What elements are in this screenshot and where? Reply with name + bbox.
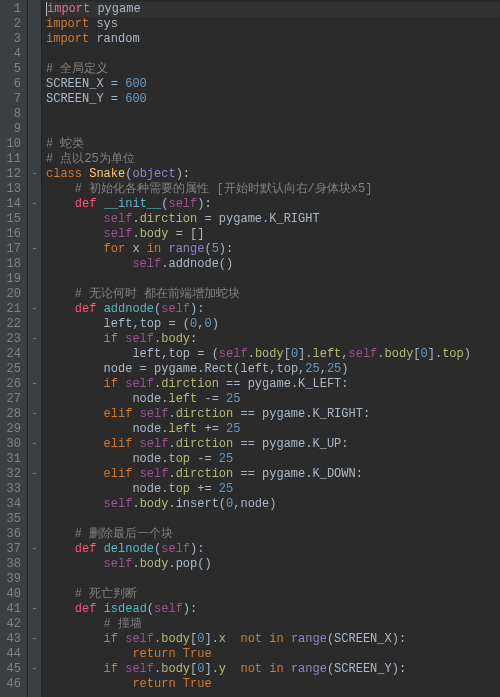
code-line: SCREEN_X = 600 xyxy=(46,77,500,92)
lineno: 8 xyxy=(0,107,27,122)
fold-marker[interactable] xyxy=(28,617,41,632)
fold-marker[interactable]: - xyxy=(28,467,41,482)
lineno: 2 xyxy=(0,17,27,32)
fold-gutter: ------------- xyxy=(28,0,42,697)
lineno: 1 xyxy=(0,2,27,17)
code-line: import random xyxy=(46,32,500,47)
fold-marker[interactable] xyxy=(28,587,41,602)
fold-marker[interactable] xyxy=(28,212,41,227)
fold-marker[interactable] xyxy=(28,92,41,107)
fold-marker[interactable]: - xyxy=(28,302,41,317)
code-line: left,top = (self.body[0].left,self.body[… xyxy=(46,347,500,362)
code-line: elif self.dirction == pygame.K_RIGHT: xyxy=(46,407,500,422)
fold-marker[interactable] xyxy=(28,47,41,62)
fold-marker[interactable] xyxy=(28,392,41,407)
line-number-gutter: 1234567891011121314151617181920212223242… xyxy=(0,0,28,697)
lineno: 13 xyxy=(0,182,27,197)
lineno: 38 xyxy=(0,557,27,572)
code-line: node.left += 25 xyxy=(46,422,500,437)
code-line: node.top += 25 xyxy=(46,482,500,497)
fold-marker[interactable] xyxy=(28,497,41,512)
fold-marker[interactable]: - xyxy=(28,407,41,422)
fold-marker[interactable] xyxy=(28,2,41,17)
code-line: def delnode(self): xyxy=(46,542,500,557)
code-line: if self.body: xyxy=(46,332,500,347)
lineno: 29 xyxy=(0,422,27,437)
code-line: elif self.dirction == pygame.K_UP: xyxy=(46,437,500,452)
lineno: 5 xyxy=(0,62,27,77)
lineno: 42 xyxy=(0,617,27,632)
code-line: node.top -= 25 xyxy=(46,452,500,467)
fold-marker[interactable] xyxy=(28,362,41,377)
lineno: 6 xyxy=(0,77,27,92)
fold-marker[interactable] xyxy=(28,317,41,332)
lineno: 11 xyxy=(0,152,27,167)
fold-marker[interactable] xyxy=(28,62,41,77)
lineno: 7 xyxy=(0,92,27,107)
fold-marker[interactable] xyxy=(28,557,41,572)
fold-marker[interactable] xyxy=(28,152,41,167)
fold-marker[interactable] xyxy=(28,647,41,662)
fold-marker[interactable] xyxy=(28,77,41,92)
code-line: # 点以25为单位 xyxy=(46,152,500,167)
code-line: class Snake(object): xyxy=(46,167,500,182)
lineno: 43 xyxy=(0,632,27,647)
code-line xyxy=(46,572,500,587)
fold-marker[interactable] xyxy=(28,107,41,122)
code-line: if self.body[0].y not in range(SCREEN_Y)… xyxy=(46,662,500,677)
fold-marker[interactable] xyxy=(28,227,41,242)
lineno: 4 xyxy=(0,47,27,62)
fold-marker[interactable] xyxy=(28,572,41,587)
fold-marker[interactable] xyxy=(28,452,41,467)
fold-marker[interactable] xyxy=(28,512,41,527)
lineno: 22 xyxy=(0,317,27,332)
fold-marker[interactable] xyxy=(28,17,41,32)
fold-marker[interactable]: - xyxy=(28,197,41,212)
fold-marker[interactable]: - xyxy=(28,377,41,392)
fold-marker[interactable]: - xyxy=(28,602,41,617)
fold-marker[interactable] xyxy=(28,677,41,692)
editor-area[interactable]: import pygame import sys import random #… xyxy=(42,0,500,697)
fold-marker[interactable] xyxy=(28,137,41,152)
fold-marker[interactable]: - xyxy=(28,437,41,452)
lineno: 20 xyxy=(0,287,27,302)
fold-marker[interactable] xyxy=(28,422,41,437)
fold-marker[interactable]: - xyxy=(28,542,41,557)
fold-marker[interactable] xyxy=(28,272,41,287)
fold-marker[interactable] xyxy=(28,527,41,542)
lineno: 19 xyxy=(0,272,27,287)
code-line: # 全局定义 xyxy=(46,62,500,77)
code-line: # 无论何时 都在前端增加蛇块 xyxy=(46,287,500,302)
fold-marker[interactable]: - xyxy=(28,332,41,347)
lineno: 3 xyxy=(0,32,27,47)
lineno: 9 xyxy=(0,122,27,137)
fold-marker[interactable]: - xyxy=(28,632,41,647)
code-line: # 蛇类 xyxy=(46,137,500,152)
fold-marker[interactable]: - xyxy=(28,662,41,677)
lineno: 30 xyxy=(0,437,27,452)
lineno: 12 xyxy=(0,167,27,182)
fold-marker[interactable]: - xyxy=(28,242,41,257)
fold-marker[interactable] xyxy=(28,257,41,272)
fold-marker[interactable] xyxy=(28,122,41,137)
lineno: 35 xyxy=(0,512,27,527)
code-line: left,top = (0,0) xyxy=(46,317,500,332)
code-line: node.left -= 25 xyxy=(46,392,500,407)
fold-marker[interactable]: - xyxy=(28,167,41,182)
lineno: 41 xyxy=(0,602,27,617)
lineno: 14 xyxy=(0,197,27,212)
lineno: 21 xyxy=(0,302,27,317)
lineno: 40 xyxy=(0,587,27,602)
fold-marker[interactable] xyxy=(28,347,41,362)
fold-marker[interactable] xyxy=(28,182,41,197)
code-line: # 撞墙 xyxy=(46,617,500,632)
lineno: 44 xyxy=(0,647,27,662)
code-line: SCREEN_Y = 600 xyxy=(46,92,500,107)
lineno: 34 xyxy=(0,497,27,512)
code-line: self.body = [] xyxy=(46,227,500,242)
fold-marker[interactable] xyxy=(28,482,41,497)
lineno: 36 xyxy=(0,527,27,542)
fold-marker[interactable] xyxy=(28,287,41,302)
fold-marker[interactable] xyxy=(28,32,41,47)
lineno: 28 xyxy=(0,407,27,422)
